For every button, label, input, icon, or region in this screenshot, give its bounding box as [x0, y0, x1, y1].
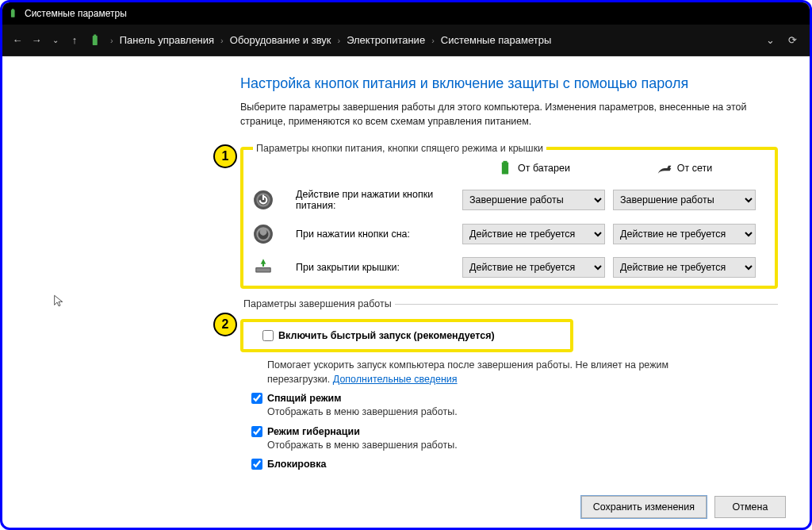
address-dropdown[interactable]: ⌄: [759, 29, 781, 52]
history-dropdown[interactable]: ⌄: [47, 32, 64, 49]
hibernate-checkbox-label[interactable]: Режим гибернации: [251, 426, 778, 437]
svg-rect-1: [12, 9, 13, 10]
lid-close-label: При закрытии крышки:: [296, 262, 454, 273]
fast-startup-checkbox-label[interactable]: Включить быстрый запуск (рекомендуется): [262, 330, 562, 341]
fast-startup-checkbox[interactable]: [262, 330, 274, 341]
up-button[interactable]: ↑: [66, 32, 83, 49]
breadcrumb-sep: ›: [430, 36, 436, 45]
breadcrumb-item[interactable]: Оборудование и звук: [225, 33, 336, 48]
lid-close-mains-select[interactable]: Действие не требуется: [613, 257, 756, 278]
breadcrumb-sep: ›: [335, 36, 342, 45]
hibernate-label-text: Режим гибернации: [267, 426, 360, 437]
fast-startup-desc: Помогает ускорить запуск компьютера посл…: [240, 359, 700, 386]
sleep-button-mains-select[interactable]: Действие не требуется: [613, 224, 756, 244]
svg-rect-4: [502, 163, 508, 175]
battery-column-header: От батареи: [462, 160, 605, 176]
power-buttons-legend: Параметры кнопки питания, кнопки спящего…: [253, 143, 546, 154]
breadcrumb-item[interactable]: Панель управления: [115, 33, 219, 48]
plug-icon: [657, 160, 672, 176]
power-button-mains-select[interactable]: Завершение работы: [613, 190, 756, 210]
back-button[interactable]: ←: [9, 32, 26, 49]
sleep-checkbox-label[interactable]: Спящий режим: [251, 393, 778, 404]
breadcrumb-item[interactable]: Системные параметры: [436, 33, 556, 48]
sleep-button-label: При нажатии кнопки сна:: [296, 229, 454, 240]
content-area: Настройка кнопок питания и включение защ…: [2, 56, 810, 480]
svg-rect-3: [94, 34, 96, 36]
forward-button[interactable]: →: [28, 32, 45, 49]
power-button-battery-select[interactable]: Завершение работы: [462, 190, 605, 210]
svg-rect-13: [256, 268, 270, 271]
sleep-checkbox[interactable]: [251, 393, 262, 404]
battery-column-label: От батареи: [518, 163, 570, 174]
hibernate-desc: Отображать в меню завершения работы.: [240, 439, 700, 453]
page-title: Настройка кнопок питания и включение защ…: [240, 75, 778, 92]
page-subtitle: Выберите параметры завершения работы для…: [240, 100, 748, 129]
shutdown-settings-legend: Параметры завершения работы: [240, 298, 395, 309]
sleep-label-text: Спящий режим: [267, 393, 341, 404]
power-button-icon: [253, 190, 274, 210]
fast-startup-label-text: Включить быстрый запуск (рекомендуется): [278, 330, 495, 341]
fast-startup-learn-more-link[interactable]: Дополнительные сведения: [333, 374, 458, 385]
cursor-icon: [52, 294, 65, 307]
annotation-badge-2: 2: [213, 313, 237, 336]
hibernate-checkbox[interactable]: [251, 426, 262, 437]
breadcrumb-sep: ›: [219, 36, 225, 45]
power-buttons-section: 1 Параметры кнопки питания, кнопки спяще…: [240, 143, 778, 289]
lock-checkbox-label[interactable]: Блокировка: [251, 459, 778, 470]
button-bar: Сохранить изменения Отмена: [581, 496, 786, 518]
breadcrumb-sep: ›: [109, 36, 115, 45]
battery-icon: [497, 160, 513, 176]
power-button-label: Действие при нажатии кнопки питания:: [296, 189, 454, 211]
sleep-button-battery-select[interactable]: Действие не требуется: [462, 224, 605, 244]
window-title: Системные параметры: [25, 8, 127, 19]
shutdown-settings-section: Параметры завершения работы 2 Включить б…: [240, 298, 778, 474]
breadcrumb-item[interactable]: Электропитание: [342, 33, 430, 48]
battery-icon: [9, 8, 20, 19]
battery-icon: [90, 33, 104, 48]
lock-checkbox[interactable]: [251, 459, 262, 470]
mains-column-label: От сети: [677, 163, 712, 174]
refresh-button[interactable]: ⟳: [781, 29, 803, 52]
sleep-button-icon: [253, 224, 274, 244]
svg-rect-5: [504, 161, 508, 163]
svg-rect-2: [93, 36, 98, 45]
lock-label-text: Блокировка: [267, 459, 327, 470]
svg-rect-0: [11, 10, 15, 17]
lid-close-icon: [253, 257, 274, 278]
nav-toolbar: ← → ⌄ ↑ › Панель управления › Оборудован…: [2, 25, 810, 56]
fast-startup-highlight: 2 Включить быстрый запуск (рекомендуется…: [240, 319, 573, 352]
annotation-badge-1: 1: [213, 144, 237, 168]
save-button[interactable]: Сохранить изменения: [581, 496, 707, 518]
lid-close-battery-select[interactable]: Действие не требуется: [462, 257, 605, 278]
titlebar: Системные параметры: [2, 2, 810, 25]
sleep-desc: Отображать в меню завершения работы.: [240, 405, 700, 420]
mains-column-header: От сети: [613, 160, 756, 176]
cancel-button[interactable]: Отмена: [714, 496, 786, 518]
